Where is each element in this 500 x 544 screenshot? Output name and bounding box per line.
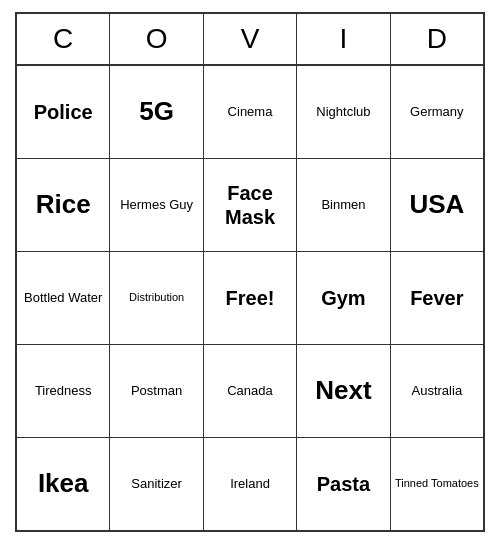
grid-row-3: TirednessPostmanCanadaNextAustralia xyxy=(17,345,483,438)
header-row: COVID xyxy=(17,14,483,66)
cell-1-1: Hermes Guy xyxy=(110,159,203,251)
cell-1-0: Rice xyxy=(17,159,110,251)
header-letter-I: I xyxy=(297,14,390,64)
header-letter-D: D xyxy=(391,14,483,64)
cell-4-2: Ireland xyxy=(204,438,297,530)
cell-1-3: Binmen xyxy=(297,159,390,251)
cell-3-1: Postman xyxy=(110,345,203,437)
bingo-grid: Police5GCinemaNightclubGermanyRiceHermes… xyxy=(17,66,483,530)
cell-3-0: Tiredness xyxy=(17,345,110,437)
grid-row-0: Police5GCinemaNightclubGermany xyxy=(17,66,483,159)
cell-3-3: Next xyxy=(297,345,390,437)
cell-4-1: Sanitizer xyxy=(110,438,203,530)
cell-1-2: Face Mask xyxy=(204,159,297,251)
bingo-card: COVID Police5GCinemaNightclubGermanyRice… xyxy=(15,12,485,532)
cell-1-4: USA xyxy=(391,159,483,251)
cell-3-4: Australia xyxy=(391,345,483,437)
cell-0-1: 5G xyxy=(110,66,203,158)
cell-0-3: Nightclub xyxy=(297,66,390,158)
cell-3-2: Canada xyxy=(204,345,297,437)
header-letter-V: V xyxy=(204,14,297,64)
cell-2-2: Free! xyxy=(204,252,297,344)
cell-2-0: Bottled Water xyxy=(17,252,110,344)
grid-row-1: RiceHermes GuyFace MaskBinmenUSA xyxy=(17,159,483,252)
cell-0-2: Cinema xyxy=(204,66,297,158)
cell-4-3: Pasta xyxy=(297,438,390,530)
grid-row-4: IkeaSanitizerIrelandPastaTinned Tomatoes xyxy=(17,438,483,530)
cell-0-4: Germany xyxy=(391,66,483,158)
cell-2-3: Gym xyxy=(297,252,390,344)
header-letter-O: O xyxy=(110,14,203,64)
cell-4-0: Ikea xyxy=(17,438,110,530)
cell-0-0: Police xyxy=(17,66,110,158)
grid-row-2: Bottled WaterDistributionFree!GymFever xyxy=(17,252,483,345)
cell-2-4: Fever xyxy=(391,252,483,344)
header-letter-C: C xyxy=(17,14,110,64)
cell-2-1: Distribution xyxy=(110,252,203,344)
cell-4-4: Tinned Tomatoes xyxy=(391,438,483,530)
